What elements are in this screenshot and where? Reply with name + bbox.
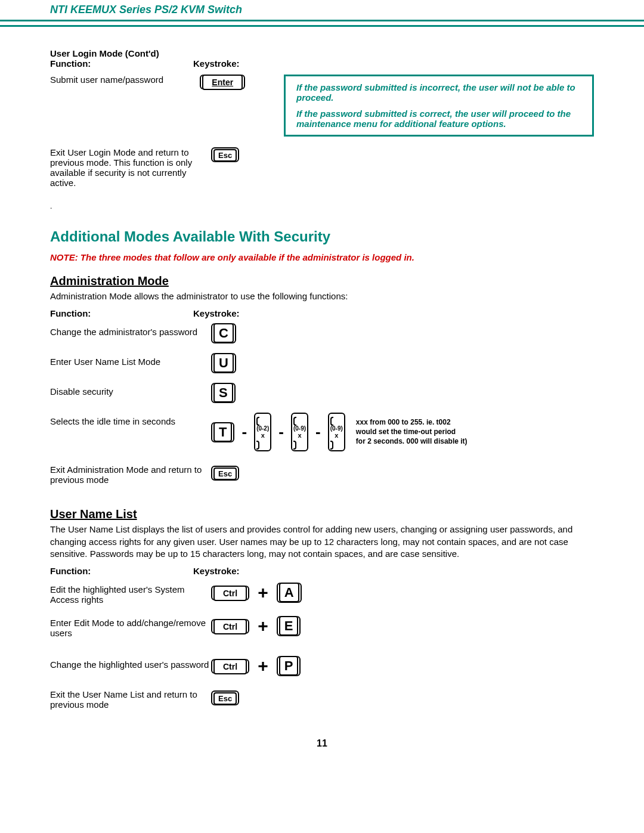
admin-r5-func: Exit Administration Mode and return to p… bbox=[50, 456, 211, 490]
unl-table: Edit the highlighted user's System Acces… bbox=[50, 576, 594, 714]
page-number: 11 bbox=[50, 738, 594, 749]
key-digit-1: (0-2)x bbox=[254, 413, 271, 451]
plus-2: + bbox=[258, 616, 268, 636]
admin-r3-func: Disable security bbox=[50, 378, 211, 408]
key-enter: Enter bbox=[200, 75, 245, 89]
note-p2: If the password submitted is correct, th… bbox=[296, 109, 581, 129]
key-P: P bbox=[277, 656, 301, 676]
unl-r3-func: Change the highlighted user's password bbox=[50, 643, 211, 681]
section-user-login-title: User Login Mode (Cont'd) bbox=[50, 48, 594, 58]
admin-red-note: NOTE: The three modes that follow are on… bbox=[50, 252, 594, 262]
heading-admin-mode: Administration Mode bbox=[50, 274, 594, 288]
col-headers-2: Function: Keystroke: bbox=[50, 308, 594, 318]
dash-3: - bbox=[315, 423, 321, 441]
plus-3: + bbox=[258, 656, 268, 676]
unl-r2-func: Enter Edit Mode to add/change/remove use… bbox=[50, 609, 211, 643]
heading-additional-modes: Additional Modes Available With Security bbox=[50, 228, 594, 245]
key-ctrl-3: Ctrl bbox=[211, 659, 249, 674]
spacer-dot: . bbox=[50, 202, 594, 210]
heading-user-name-list: User Name List bbox=[50, 507, 594, 521]
admin-table: Change the administrator's password C En… bbox=[50, 318, 594, 490]
key-esc-1: Esc bbox=[211, 147, 239, 162]
key-U: U bbox=[211, 353, 236, 373]
doc-header-title: NTI KEEMUX Series PS/2 KVM Switch bbox=[0, 0, 644, 20]
label-keystroke: Keystroke: bbox=[193, 58, 240, 69]
dash-1: - bbox=[242, 423, 247, 441]
key-esc-3: Esc bbox=[211, 690, 239, 705]
plus-1: + bbox=[258, 583, 268, 603]
admin-intro: Administration Mode allows the administr… bbox=[50, 290, 594, 302]
label-function-3: Function: bbox=[50, 566, 193, 576]
key-S: S bbox=[211, 383, 236, 403]
note-p1: If the password submitted is incorrect, … bbox=[296, 82, 581, 103]
key-T: T bbox=[211, 422, 234, 442]
admin-r4-func: Selects the idle time in seconds bbox=[50, 408, 211, 456]
col-headers-1: Function: Keystroke: bbox=[50, 58, 594, 69]
page-body: User Login Mode (Cont'd) Function: Keyst… bbox=[0, 27, 644, 767]
idle-note: xxx from 000 to 255. ie. t002 would set … bbox=[356, 418, 467, 446]
password-note-box: If the password submitted is incorrect, … bbox=[284, 75, 594, 137]
label-function-2: Function: bbox=[50, 308, 193, 318]
unl-intro: The User Name List displays the list of … bbox=[50, 524, 594, 560]
admin-r1-func: Change the administrator's password bbox=[50, 318, 211, 348]
key-E: E bbox=[277, 616, 301, 636]
key-digit-3: (0-9)x bbox=[328, 413, 345, 451]
col-headers-3: Function: Keystroke: bbox=[50, 566, 594, 576]
label-keystroke-3: Keystroke: bbox=[193, 566, 240, 576]
key-A: A bbox=[277, 583, 302, 603]
key-ctrl-1: Ctrl bbox=[211, 586, 249, 600]
dash-2: - bbox=[278, 423, 284, 441]
func-exit-login: Exit User Login Mode and return to previ… bbox=[50, 147, 193, 188]
admin-r2-func: Enter User Name List Mode bbox=[50, 348, 211, 378]
key-ctrl-2: Ctrl bbox=[211, 619, 249, 634]
header-double-rule bbox=[0, 20, 644, 27]
key-esc-2: Esc bbox=[211, 466, 239, 481]
key-digit-2: (0-9)x bbox=[291, 413, 308, 451]
label-function: Function: bbox=[50, 58, 193, 69]
key-C: C bbox=[211, 323, 236, 343]
unl-r1-func: Edit the highlighted user's System Acces… bbox=[50, 576, 211, 609]
unl-r4-func: Exit the User Name List and return to pr… bbox=[50, 681, 211, 714]
label-keystroke-2: Keystroke: bbox=[193, 308, 240, 318]
func-submit-user: Submit user name/password bbox=[50, 75, 182, 85]
